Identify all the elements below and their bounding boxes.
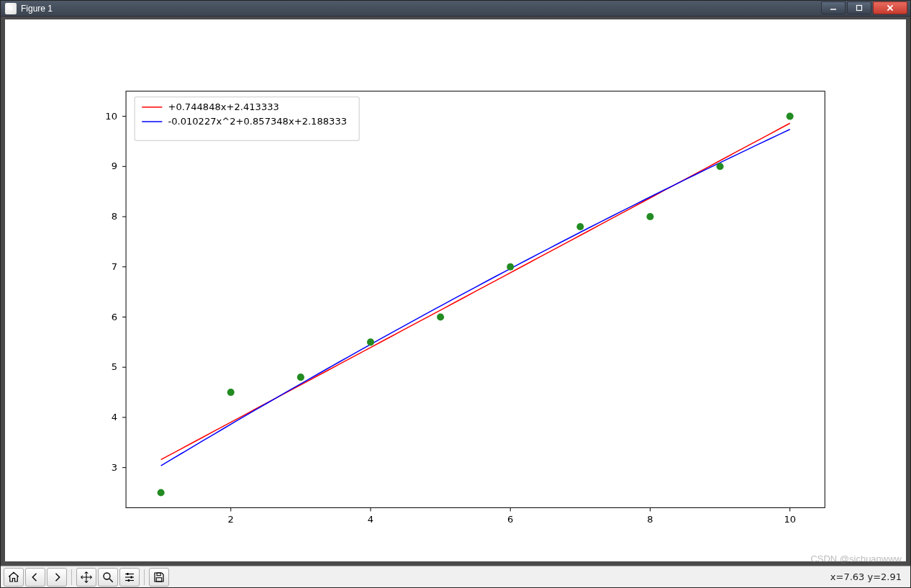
svg-point-46 bbox=[104, 573, 110, 579]
save-button[interactable] bbox=[149, 568, 169, 587]
svg-text:4: 4 bbox=[368, 514, 373, 525]
svg-rect-51 bbox=[127, 573, 128, 575]
svg-point-33 bbox=[297, 374, 304, 381]
svg-text:5: 5 bbox=[112, 361, 117, 372]
svg-rect-55 bbox=[156, 577, 162, 581]
svg-point-40 bbox=[787, 113, 794, 120]
svg-point-31 bbox=[158, 489, 165, 496]
matplotlib-toolbar: x=7.63 y=2.91 bbox=[1, 566, 910, 587]
svg-rect-53 bbox=[128, 579, 130, 582]
svg-point-32 bbox=[227, 389, 235, 396]
svg-rect-4 bbox=[126, 91, 825, 508]
close-icon bbox=[886, 4, 894, 12]
svg-text:8: 8 bbox=[112, 211, 117, 222]
window-title: Figure 1 bbox=[21, 4, 53, 14]
configure-button[interactable] bbox=[119, 568, 140, 587]
svg-text:-0.010227x^2+0.857348x+2.18833: -0.010227x^2+0.857348x+2.188333 bbox=[168, 116, 347, 127]
svg-text:8: 8 bbox=[647, 514, 653, 525]
save-icon bbox=[153, 571, 166, 584]
cursor-coordinates: x=7.63 y=2.91 bbox=[830, 571, 902, 582]
svg-text:2: 2 bbox=[228, 514, 234, 525]
app-icon: ✳ bbox=[5, 3, 17, 14]
minimize-button[interactable] bbox=[821, 1, 846, 14]
forward-button[interactable] bbox=[47, 568, 67, 587]
zoom-button[interactable] bbox=[98, 568, 118, 587]
maximize-button[interactable] bbox=[847, 1, 871, 14]
svg-text:6: 6 bbox=[507, 514, 513, 525]
svg-text:7: 7 bbox=[112, 261, 117, 272]
zoom-icon bbox=[101, 571, 114, 584]
figure-window: ✳ Figure 1 246810345678910+0.744848x+2.4… bbox=[0, 0, 911, 588]
svg-rect-1 bbox=[857, 6, 862, 11]
close-button[interactable] bbox=[873, 1, 907, 14]
figure-canvas-wrap: 246810345678910+0.744848x+2.413333-0.010… bbox=[1, 17, 910, 566]
svg-text:10: 10 bbox=[784, 514, 796, 525]
chart-svg: 246810345678910+0.744848x+2.413333-0.010… bbox=[6, 21, 905, 560]
window-controls bbox=[821, 1, 910, 16]
svg-point-36 bbox=[507, 263, 514, 271]
svg-text:10: 10 bbox=[105, 111, 117, 122]
home-button[interactable] bbox=[4, 568, 24, 587]
svg-point-37 bbox=[576, 223, 584, 230]
svg-text:6: 6 bbox=[112, 312, 117, 322]
svg-line-47 bbox=[109, 579, 113, 582]
sliders-icon bbox=[123, 571, 136, 584]
maximize-icon bbox=[856, 4, 863, 12]
pan-icon bbox=[80, 571, 93, 584]
home-icon bbox=[7, 571, 20, 584]
svg-text:9: 9 bbox=[112, 160, 117, 171]
back-icon bbox=[29, 571, 42, 584]
minimize-icon bbox=[830, 4, 837, 12]
figure-canvas[interactable]: 246810345678910+0.744848x+2.413333-0.010… bbox=[6, 21, 905, 560]
svg-text:+0.744848x+2.413333: +0.744848x+2.413333 bbox=[168, 101, 278, 112]
pan-button[interactable] bbox=[76, 568, 96, 587]
svg-rect-52 bbox=[131, 576, 132, 578]
svg-text:4: 4 bbox=[112, 412, 117, 422]
toolbar-separator bbox=[71, 569, 72, 585]
svg-point-38 bbox=[646, 213, 653, 220]
svg-point-39 bbox=[717, 163, 724, 170]
toolbar-separator bbox=[144, 569, 145, 585]
svg-point-34 bbox=[367, 338, 374, 345]
titlebar[interactable]: ✳ Figure 1 bbox=[1, 1, 910, 17]
forward-icon bbox=[50, 571, 63, 584]
back-button[interactable] bbox=[25, 568, 45, 587]
svg-text:3: 3 bbox=[112, 462, 117, 473]
svg-point-35 bbox=[437, 313, 444, 320]
